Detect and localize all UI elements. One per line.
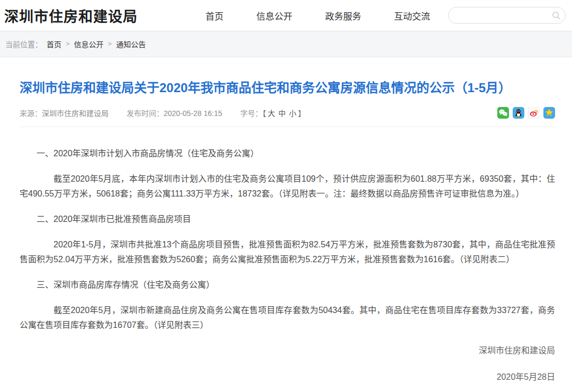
section-2-paragraph: 2020年1-5月，深圳市共批准13个商品房项目预售，批准预售面积为82.54万…: [20, 237, 555, 267]
site-logo[interactable]: 深圳市住房和建设局: [4, 5, 138, 26]
section-2-heading: 二、2020年深圳市已批准预售商品房项目: [20, 212, 555, 227]
qzone-share-icon[interactable]: [543, 107, 555, 119]
wechat-share-icon[interactable]: [497, 107, 509, 119]
font-size-label: 字号：: [240, 109, 263, 118]
weibo-share-icon[interactable]: [528, 107, 540, 119]
article-date: 2020年5月28日: [20, 370, 555, 385]
breadcrumb-item-home[interactable]: 首页: [47, 39, 61, 49]
breadcrumb-separator: >: [108, 40, 112, 48]
article-meta-row: 来源：深圳市住房和建设局 发布时间：2020-05-28 16:15 字号：【大…: [20, 107, 555, 119]
section-1-paragraph: 截至2020年5月底，本年内深圳市计划入市的住宅及商务公寓项目109个，预计供应…: [20, 172, 555, 201]
main-nav: 首页 信息公开 政务服务 互动交流: [205, 9, 430, 22]
section-3-paragraph: 截至2020年5月，深圳市新建商品住房及商务公寓在售项目库存套数为50434套。…: [20, 303, 555, 333]
breadcrumb-band: 当前位置： 首页 > 信息公开 > 通知公告: [0, 31, 572, 57]
font-size-bracket-open: 【: [263, 109, 266, 118]
meta-source: 来源：深圳市住房和建设局: [20, 108, 109, 118]
section-3-heading: 三、深圳市商品房库存情况（住宅及商务公寓）: [20, 278, 555, 292]
meta-publish-time: 发布时间：2020-05-28 16:15: [127, 108, 222, 118]
font-size-control: 字号：【大中小】: [240, 108, 306, 118]
nav-item-interaction[interactable]: 互动交流: [394, 9, 430, 22]
site-header: 深圳市住房和建设局 首页 信息公开 政务服务 互动交流: [0, 0, 572, 31]
article-body: 一、2020年深圳市计划入市商品房情况（住宅及商务公寓） 截至2020年5月底，…: [20, 127, 555, 385]
nav-item-info-disclosure[interactable]: 信息公开: [256, 9, 292, 22]
search-input[interactable]: [456, 11, 551, 20]
font-size-small-button[interactable]: 小: [288, 109, 298, 118]
meta-source-value: 深圳市住房和建设局: [42, 109, 109, 118]
breadcrumb-item-info-disclosure[interactable]: 信息公开: [74, 39, 104, 49]
article: 深圳市住房和建设局关于2020年我市商品住宅和商务公寓房源信息情况的公示（1-5…: [0, 79, 572, 385]
search-box[interactable]: [448, 7, 566, 24]
qq-share-icon[interactable]: [513, 107, 524, 119]
breadcrumb: 当前位置： 首页 > 信息公开 > 通知公告: [5, 39, 146, 49]
meta-time-value: 2020-05-28 16:15: [164, 109, 222, 118]
article-title: 深圳市住房和建设局关于2020年我市商品住宅和商务公寓房源信息情况的公示（1-5…: [20, 79, 555, 96]
meta-source-label: 来源：: [20, 109, 42, 118]
section-1-heading: 一、2020年深圳市计划入市商品房情况（住宅及商务公寓）: [20, 146, 555, 161]
breadcrumb-separator: >: [66, 40, 70, 48]
meta-time-label: 发布时间：: [127, 109, 164, 118]
nav-item-gov-services[interactable]: 政务服务: [325, 9, 361, 22]
search-icon[interactable]: [551, 11, 561, 20]
share-icons: [497, 107, 555, 119]
article-signature: 深圳市住房和建设局: [20, 343, 555, 358]
font-size-medium-button[interactable]: 中: [277, 109, 288, 118]
font-size-large-button[interactable]: 大: [266, 109, 277, 118]
font-size-bracket-close: 】: [298, 109, 306, 118]
breadcrumb-item-notices[interactable]: 通知公告: [116, 39, 146, 49]
breadcrumb-label: 当前位置：: [5, 39, 42, 49]
nav-item-home[interactable]: 首页: [205, 9, 224, 22]
